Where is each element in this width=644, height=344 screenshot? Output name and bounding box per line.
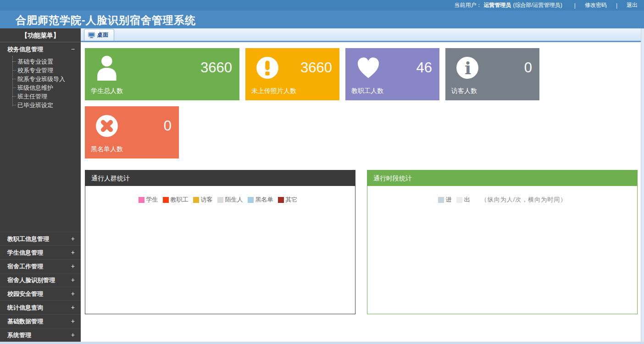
expand-icon[interactable]: + bbox=[71, 315, 75, 328]
sidebar-group-dorm-face-recognition[interactable]: 宿舍人脸识别管理 + bbox=[0, 273, 81, 287]
sidebar-group-school-affairs[interactable]: 校务信息管理 − bbox=[0, 42, 81, 56]
sidebar-group-label: 校务信息管理 bbox=[7, 43, 43, 56]
change-password-link[interactable]: 修改密码 bbox=[585, 1, 607, 9]
tab-label: 桌面 bbox=[97, 31, 108, 39]
legend-label: 出 bbox=[464, 196, 470, 204]
card-label: 教职工人数 bbox=[345, 87, 439, 100]
legend-label: 学生 bbox=[146, 196, 158, 204]
sidebar-subitem-graduated-class[interactable]: 已毕业班设定 bbox=[0, 101, 81, 109]
panel-crowd-stats: 通行人群统计 学生 教职工 访客 陌生人 bbox=[85, 170, 355, 314]
desktop-content: 3660 学生总人数 3660 未上传 bbox=[81, 42, 644, 342]
card-label: 黑名单人数 bbox=[85, 145, 179, 158]
sidebar-group-campus-security[interactable]: 校园安全管理 + bbox=[0, 287, 81, 300]
card-label: 学生总人数 bbox=[85, 87, 239, 100]
sidebar-group-label: 系统管理 bbox=[7, 328, 31, 342]
current-user-name: 运营管理员 bbox=[483, 1, 511, 9]
expand-icon[interactable]: + bbox=[71, 287, 75, 300]
exclamation-icon bbox=[256, 56, 279, 79]
stat-card-no-photo: 3660 未上传照片人数 bbox=[245, 48, 339, 100]
userbar-divider: | bbox=[616, 2, 617, 9]
card-value: 3660 bbox=[200, 60, 232, 76]
x-circle-icon bbox=[95, 115, 118, 137]
legend-swatch-students bbox=[139, 197, 144, 203]
sidebar-subitem-head-teacher[interactable]: 班主任管理 bbox=[0, 92, 81, 101]
sidebar-group-staff-info[interactable]: 教职工信息管理 + bbox=[0, 232, 81, 246]
expand-icon[interactable]: + bbox=[71, 260, 75, 273]
stat-card-blacklist: 0 黑名单人数 bbox=[85, 106, 179, 158]
stat-card-visitors: i 0 访客人数 bbox=[445, 48, 539, 100]
sidebar-subitem-school-major-mgmt[interactable]: 校系专业管理 bbox=[0, 66, 81, 75]
sidebar-group-system-mgmt[interactable]: 系统管理 + bbox=[0, 328, 81, 342]
tab-desktop[interactable]: 桌面 bbox=[84, 29, 114, 41]
panel-title: 通行时段统计 bbox=[367, 170, 637, 186]
legend-label: 进 bbox=[446, 196, 452, 204]
legend-label: 教职工 bbox=[171, 196, 189, 204]
legend-swatch-other bbox=[278, 197, 284, 203]
page-bottom-strip bbox=[0, 342, 644, 344]
sidebar-group-label: 宿舍人脸识别管理 bbox=[7, 273, 55, 287]
legend-swatch-staff bbox=[163, 197, 169, 203]
content-right-strip bbox=[641, 28, 644, 342]
legend-swatch-visitor bbox=[193, 197, 199, 203]
sidebar-menu-title: 【功能菜单】 bbox=[0, 28, 81, 42]
panel-title: 通行人群统计 bbox=[85, 170, 355, 186]
sidebar-group-base-data[interactable]: 基础数据管理 + bbox=[0, 314, 81, 328]
sidebar: 【功能菜单】 校务信息管理 − 基础专业设置 校系专业管理 院系专业班级导入 班… bbox=[0, 28, 81, 342]
expand-icon[interactable]: + bbox=[71, 246, 75, 259]
svg-text:i: i bbox=[465, 58, 471, 78]
sidebar-subitem-class-info[interactable]: 班级信息维护 bbox=[0, 83, 81, 92]
legend-label: 其它 bbox=[286, 196, 298, 204]
sidebar-group-label: 教职工信息管理 bbox=[7, 232, 49, 246]
legend-swatch-out bbox=[456, 197, 462, 203]
current-user-detail: (综合部/运营管理员) bbox=[513, 1, 562, 9]
crowd-chart-legend: 学生 教职工 访客 陌生人 黑名单 其它 bbox=[139, 196, 302, 204]
card-value: 3660 bbox=[300, 60, 332, 76]
sidebar-group-label: 校园安全管理 bbox=[7, 287, 43, 300]
expand-icon[interactable]: + bbox=[71, 273, 75, 287]
sidebar-group-label: 宿舍工作管理 bbox=[7, 260, 43, 273]
stat-card-students: 3660 学生总人数 bbox=[85, 48, 239, 100]
expand-icon[interactable]: + bbox=[71, 232, 75, 246]
sidebar-subitem-basic-major-setup[interactable]: 基础专业设置 bbox=[0, 57, 81, 66]
sidebar-group-student-info[interactable]: 学生信息管理 + bbox=[0, 246, 81, 259]
card-value: 0 bbox=[164, 118, 172, 134]
user-bar: 当前用户： 运营管理员 (综合部/运营管理员) | 修改密码 | 退出 bbox=[0, 0, 644, 11]
sidebar-group-label: 基础数据管理 bbox=[7, 315, 43, 328]
current-user-prefix: 当前用户： bbox=[454, 1, 482, 9]
person-icon bbox=[95, 55, 119, 81]
expand-icon[interactable]: + bbox=[71, 301, 75, 314]
main-area: 桌面 3660 学生总人数 bbox=[81, 28, 644, 342]
stat-card-staff: 46 教职工人数 bbox=[345, 48, 439, 100]
sidebar-group-label: 学生信息管理 bbox=[7, 246, 43, 259]
panel-time-stats: 通行时段统计 进 出 （纵向为人/次，横向为时间） bbox=[367, 170, 638, 314]
tab-bar: 桌面 bbox=[81, 28, 644, 42]
userbar-divider: | bbox=[574, 2, 576, 9]
card-value: 46 bbox=[416, 60, 432, 76]
expand-icon[interactable]: + bbox=[71, 328, 75, 342]
sidebar-submenu: 基础专业设置 校系专业管理 院系专业班级导入 班级信息维护 班主任管理 已毕业班… bbox=[0, 56, 81, 115]
card-label: 未上传照片人数 bbox=[245, 87, 339, 100]
card-value: 0 bbox=[524, 60, 532, 76]
legend-label: 陌生人 bbox=[225, 196, 243, 204]
info-icon: i bbox=[456, 56, 479, 79]
legend-swatch-stranger bbox=[217, 197, 223, 203]
app-header: 当前用户： 运营管理员 (综合部/运营管理员) | 修改密码 | 退出 合肥师范… bbox=[0, 0, 644, 28]
heart-icon bbox=[356, 56, 381, 80]
legend-label: 访客 bbox=[201, 196, 213, 204]
page-title: 合肥师范学院-人脸识别宿舍管理系统 bbox=[0, 11, 644, 27]
legend-swatch-blacklist bbox=[248, 197, 254, 203]
sidebar-group-stats-query[interactable]: 统计信息查询 + bbox=[0, 300, 81, 314]
sidebar-spacer bbox=[0, 115, 81, 232]
logout-link[interactable]: 退出 bbox=[627, 1, 638, 9]
desktop-icon bbox=[88, 32, 95, 38]
sidebar-group-dorm-work[interactable]: 宿舍工作管理 + bbox=[0, 259, 81, 273]
legend-label: 黑名单 bbox=[255, 196, 273, 204]
sidebar-group-label: 统计信息查询 bbox=[7, 301, 43, 314]
page: 当前用户： 运营管理员 (综合部/运营管理员) | 修改密码 | 退出 合肥师范… bbox=[0, 0, 644, 344]
legend-swatch-in bbox=[438, 197, 444, 203]
time-chart-legend: 进 出 （纵向为人/次，横向为时间） bbox=[438, 196, 567, 204]
sidebar-subitem-class-import[interactable]: 院系专业班级导入 bbox=[0, 75, 81, 83]
card-label: 访客人数 bbox=[445, 87, 539, 100]
chart-axis-note: （纵向为人/次，横向为时间） bbox=[481, 196, 567, 204]
collapse-icon[interactable]: − bbox=[71, 43, 75, 56]
